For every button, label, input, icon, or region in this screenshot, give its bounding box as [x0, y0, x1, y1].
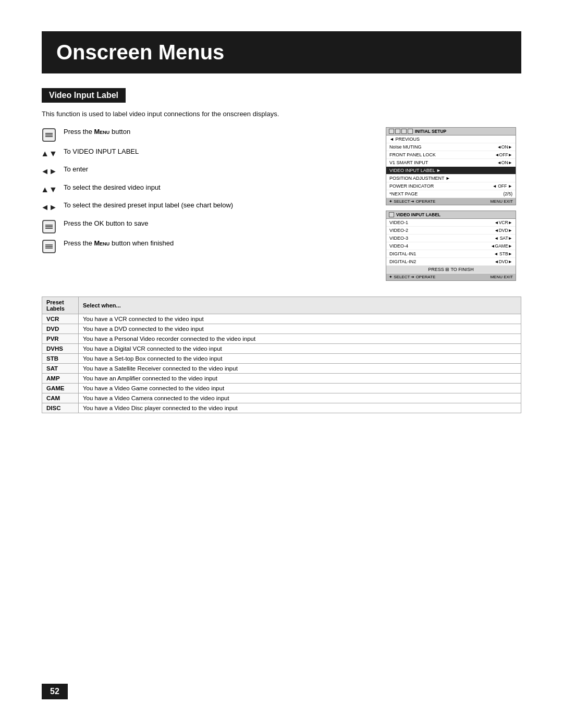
- menu2-row-0: VIDEO-1 ◄VCR►: [386, 219, 516, 227]
- menu1-row-4-selected: VIDEO INPUT LABEL ►: [386, 167, 516, 175]
- menu2-row-5: DIGITAL-IN2 ◄DVD►: [386, 258, 516, 266]
- step-3-icon: ◄►: [42, 166, 56, 177]
- preset-description-cell: You have a Set-top Box connected to the …: [79, 354, 521, 364]
- page: Onscreen Menus Video Input Label This fu…: [0, 0, 563, 728]
- menu-screens-column: INITIAL SETUP ◄ PREVIOUS NoIse MUTING ◄O…: [386, 127, 521, 286]
- preset-description-cell: You have a VCR connected to the video in…: [79, 314, 521, 324]
- menu1-footer-left: ✦ SELECT ➜ OPERATE: [389, 199, 435, 204]
- menu2-footer: ✦ SELECT ➜ OPERATE MENU EXIT: [386, 274, 516, 280]
- intro-text: This function is used to label video inp…: [42, 110, 521, 118]
- table-row: DISCYou have a Video Disc player connect…: [42, 403, 521, 413]
- updown-arrow-icon: ▲▼: [41, 148, 57, 159]
- section-header: Video Input Label: [42, 88, 126, 103]
- table-row: DVDYou have a DVD connected to the video…: [42, 324, 521, 334]
- leftright-arrow-icon: ◄►: [41, 166, 57, 177]
- menu1-icons: [389, 129, 413, 134]
- step-4-icon: ▲▼: [42, 184, 56, 195]
- step-list: Press the Menu button ▲▼ To VIDEO INPUT …: [42, 127, 370, 253]
- menu1-row-5: POSITION ADJUSTMENT ►: [386, 175, 516, 182]
- preset-label-cell: DISC: [42, 403, 79, 413]
- menu2-title-bar: VIDEO INPUT LABEL: [386, 211, 516, 219]
- steps-column: Press the Menu button ▲▼ To VIDEO INPUT …: [42, 127, 370, 286]
- preset-label-cell: SAT: [42, 364, 79, 374]
- step-7-icon: [42, 240, 56, 253]
- menu2-row-1: VIDEO-2 ◄DVD►: [386, 227, 516, 235]
- preset-description-cell: You have a Digital VCR connected to the …: [79, 344, 521, 354]
- menu1-title: INITIAL SETUP: [415, 129, 446, 134]
- table-row: SATYou have a Satellite Receiver connect…: [42, 364, 521, 374]
- icon-box-3: [401, 129, 407, 134]
- preset-description-cell: You have a Video Game connected to the v…: [79, 384, 521, 393]
- table-row: PVRYou have a Personal Video recorder co…: [42, 334, 521, 344]
- remote-menu-icon-2: [42, 240, 56, 253]
- step-3: ◄► To enter: [42, 165, 370, 177]
- menu1-row-3: V1 SMART INPUT ◄ON►: [386, 159, 516, 167]
- page-number: 52: [42, 684, 68, 699]
- menu2-footer-left: ✦ SELECT ➜ OPERATE: [389, 275, 435, 279]
- preset-description-cell: You have a DVD connected to the video in…: [79, 324, 521, 334]
- table-row: DVHSYou have a Digital VCR connected to …: [42, 344, 521, 354]
- menu1-row-2: FRONT PANEL LOCK ◄OFF►: [386, 151, 516, 159]
- menu1-title-bar: INITIAL SETUP: [386, 128, 516, 135]
- step-2-icon: ▲▼: [42, 148, 56, 159]
- step-7-text: Press the Menu button when finished: [64, 239, 370, 248]
- icon-box-5: [389, 212, 394, 217]
- preset-label-cell: CAM: [42, 393, 79, 403]
- page-title: Onscreen Menus: [56, 41, 507, 64]
- preset-table: PresetLabels Select when... VCRYou have …: [42, 297, 521, 413]
- preset-label-cell: DVHS: [42, 344, 79, 354]
- menu2-icons: [389, 212, 394, 217]
- page-title-bar: Onscreen Menus: [42, 31, 521, 73]
- step-4: ▲▼ To select the desired video input: [42, 183, 370, 195]
- preset-label-cell: DVD: [42, 324, 79, 334]
- table-header-labels: PresetLabels: [42, 297, 79, 314]
- leftright-arrow-icon-2: ◄►: [41, 202, 57, 213]
- preset-description-cell: You have a Personal Video recorder conne…: [79, 334, 521, 344]
- step-6: Press the OK button to save: [42, 219, 370, 233]
- preset-label-cell: AMP: [42, 374, 79, 384]
- preset-description-cell: You have a Video Camera connected to the…: [79, 393, 521, 403]
- menu-screen-1: INITIAL SETUP ◄ PREVIOUS NoIse MUTING ◄O…: [386, 127, 516, 205]
- remote-ok-icon: [42, 220, 56, 233]
- menu1-footer-right: MENU EXIT: [490, 199, 513, 204]
- table-row: VCRYou have a VCR connected to the video…: [42, 314, 521, 324]
- step-2-text: To VIDEO INPUT LABEL: [64, 147, 370, 156]
- menu2-footer-right: MENU EXIT: [490, 275, 513, 279]
- step-2: ▲▼ To VIDEO INPUT LABEL: [42, 147, 370, 159]
- step-3-text: To enter: [64, 165, 370, 174]
- table-row: CAMYou have a Video Camera connected to …: [42, 393, 521, 403]
- menu1-row-1: NoIse MUTING ◄ON►: [386, 143, 516, 151]
- step-1-text: Press the Menu button: [64, 127, 370, 137]
- preset-label-cell: PVR: [42, 334, 79, 344]
- step-5-icon: ◄►: [42, 202, 56, 213]
- preset-description-cell: You have a Video Disc player connected t…: [79, 403, 521, 413]
- remote-menu-icon: [42, 128, 56, 142]
- updown-arrow-icon-2: ▲▼: [41, 184, 57, 195]
- preset-label-cell: STB: [42, 354, 79, 364]
- menu2-row-4: DIGITAL-IN1 ◄ STB►: [386, 250, 516, 258]
- table-row: AMPYou have an Amplifier connected to th…: [42, 374, 521, 384]
- menu2-row-2: VIDEO-3 ◄ SAT►: [386, 235, 516, 242]
- icon-box-4: [408, 129, 413, 134]
- table-header-select: Select when...: [79, 297, 521, 314]
- table-row: STBYou have a Set-top Box connected to t…: [42, 354, 521, 364]
- menu1-row-0: ◄ PREVIOUS: [386, 135, 516, 143]
- step-7: Press the Menu button when finished: [42, 239, 370, 253]
- menu-screen-2: VIDEO INPUT LABEL VIDEO-1 ◄VCR► VIDEO-2 …: [386, 211, 516, 281]
- section-title: Video Input Label: [49, 91, 118, 100]
- menu2-row-3: VIDEO-4 ◄GAME►: [386, 242, 516, 250]
- menu2-finish-text: PRESS ⊞ TO FINISH: [428, 267, 474, 272]
- preset-label-cell: VCR: [42, 314, 79, 324]
- step-1: Press the Menu button: [42, 127, 370, 142]
- table-row: GAMEYou have a Video Game connected to t…: [42, 384, 521, 393]
- step-4-text: To select the desired video input: [64, 183, 370, 192]
- menu1-row-7: *NEXT PAGE (2/5): [386, 190, 516, 198]
- icon-box-2: [395, 129, 400, 134]
- menu2-title: VIDEO INPUT LABEL: [396, 212, 440, 217]
- step-5-text: To select the desired preset input label…: [64, 201, 370, 210]
- main-content: Press the Menu button ▲▼ To VIDEO INPUT …: [42, 127, 521, 286]
- step-1-icon: [42, 128, 56, 142]
- step-6-icon: [42, 220, 56, 233]
- menu2-finish-row: PRESS ⊞ TO FINISH: [386, 266, 516, 274]
- preset-description-cell: You have a Satellite Receiver connected …: [79, 364, 521, 374]
